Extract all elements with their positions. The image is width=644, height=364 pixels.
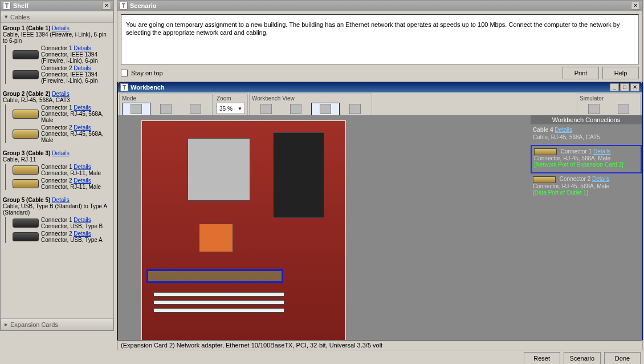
connector-icon — [13, 70, 39, 79]
scenario-titlebar: T Scenario ✕ — [117, 1, 642, 11]
app-icon: T — [120, 2, 128, 10]
scenario-close-icon[interactable]: ✕ — [631, 2, 640, 10]
workbench-connections-panel: Workbench Connections Cable 4 Details Ca… — [531, 115, 642, 343]
shelf-titlebar: T Shelf ✕ — [1, 1, 113, 11]
cable-group[interactable]: Group 1 (Cable 1) Details Cable, IEEE 13… — [1, 23, 113, 88]
pci-slot-highlight[interactable] — [146, 269, 283, 283]
details-link[interactable]: Details — [74, 164, 91, 170]
status-bar: (Expansion Card 2) Network adapter, Ethe… — [117, 340, 643, 350]
gear-icon — [588, 104, 600, 114]
shelf-close-icon[interactable]: ✕ — [102, 2, 111, 10]
motherboard-icon — [320, 104, 331, 114]
scenario-button[interactable]: Scenario — [564, 352, 601, 364]
connector-icon — [13, 165, 39, 175]
details-link[interactable]: Details — [52, 91, 70, 97]
connector-icon — [13, 232, 39, 241]
front-icon — [260, 104, 272, 114]
workbench-title: Workbench — [131, 84, 165, 91]
details-link[interactable]: Details — [52, 150, 70, 156]
connector-icon — [13, 130, 39, 139]
connector-icon — [13, 179, 39, 188]
expansion-cards-section-header[interactable]: ▸ Expansion Cards — [1, 318, 113, 330]
help-button[interactable]: Help — [602, 67, 639, 79]
chevron-down-icon: ▼ — [238, 106, 242, 111]
shelf-body: ▾ Cables Group 1 (Cable 1) Details Cable… — [1, 11, 113, 330]
scenario-body: You are going on temporary assignment to… — [117, 11, 642, 82]
chevron-down-icon: ▾ — [5, 13, 8, 21]
cable-group[interactable]: Group 2 (Cable 2) Details Cable, RJ-45, … — [1, 88, 113, 148]
details-link[interactable]: Details — [555, 127, 572, 133]
app-icon: T — [120, 83, 128, 91]
zoom-select[interactable]: 35 %▼ — [217, 103, 245, 114]
cables-section-header[interactable]: ▾ Cables — [1, 11, 113, 23]
details-link[interactable]: Details — [74, 65, 91, 71]
zoom-in-icon — [160, 104, 172, 114]
minimize-icon[interactable]: _ — [610, 83, 619, 91]
ram-slots — [273, 132, 324, 218]
workbench-window: T Workbench _ □ ✕ Mode Select Zoom In Zo… — [117, 82, 643, 345]
scenario-title: Scenario — [130, 2, 156, 9]
bottom-bar: Reset Scenario Done — [0, 353, 644, 364]
app-icon: T — [3, 2, 11, 10]
print-button[interactable]: Print — [563, 67, 599, 79]
details-link[interactable]: Details — [52, 25, 70, 31]
reset-button[interactable]: Reset — [524, 352, 560, 364]
details-link[interactable]: Details — [74, 124, 91, 131]
connection-connector-1[interactable]: Connector 1 Details Connector, RJ-45, 56… — [531, 145, 642, 173]
done-button[interactable]: Done — [604, 352, 641, 364]
connection-cable[interactable]: Cable 4 Details Cable, RJ-45, 568A, CAT5 — [531, 124, 642, 145]
details-link[interactable]: Details — [593, 148, 611, 155]
cable-group[interactable]: Group 5 (Cable 5) Details Cable, USB, Ty… — [1, 195, 113, 248]
connector-icon — [534, 148, 557, 155]
details-link[interactable]: Details — [74, 230, 91, 237]
back-icon — [290, 104, 301, 114]
connections-header: Workbench Connections — [531, 115, 642, 124]
connector-icon — [13, 50, 39, 59]
zoom-out-icon — [190, 104, 201, 114]
workbench-canvas[interactable]: Expansion Card 2 Details Network adapter… — [118, 115, 531, 343]
stay-on-top-label: Stay on top — [131, 70, 163, 76]
stay-on-top-checkbox[interactable] — [121, 70, 128, 76]
maximize-icon[interactable]: □ — [620, 83, 629, 91]
drive-bays-icon — [349, 104, 361, 114]
details-link[interactable]: Details — [74, 45, 91, 51]
details-link[interactable]: Details — [74, 217, 91, 223]
details-link[interactable]: Details — [74, 177, 91, 184]
shelf-title: Shelf — [13, 2, 28, 9]
connector-icon — [13, 110, 39, 119]
workbench-titlebar: T Workbench _ □ ✕ — [118, 82, 642, 92]
cpu-socket — [188, 138, 250, 201]
close-icon[interactable]: ✕ — [630, 83, 639, 91]
connector-icon — [13, 219, 39, 228]
motherboard-image[interactable] — [141, 120, 346, 343]
chevron-right-icon: ▸ — [5, 321, 8, 328]
help-icon — [618, 104, 629, 114]
cursor-icon — [131, 104, 142, 114]
cable-group[interactable]: Group 3 (Cable 3) Details Cable, RJ-11 C… — [1, 148, 113, 195]
scenario-text: You are going on temporary assignment to… — [121, 14, 639, 64]
connector-icon — [533, 176, 556, 183]
details-link[interactable]: Details — [74, 104, 91, 111]
shelf-panel: T Shelf ✕ ▾ Cables Group 1 (Cable 1) Det… — [0, 0, 114, 331]
connection-connector-2[interactable]: Connector 2 Details Connector, RJ-45, 56… — [531, 173, 642, 200]
northbridge — [199, 224, 233, 252]
scenario-panel: T Scenario ✕ You are going on temporary … — [117, 0, 643, 82]
details-link[interactable]: Details — [52, 197, 70, 203]
details-link[interactable]: Details — [592, 176, 610, 182]
zoom-group: Zoom 35 %▼ — [214, 94, 248, 116]
